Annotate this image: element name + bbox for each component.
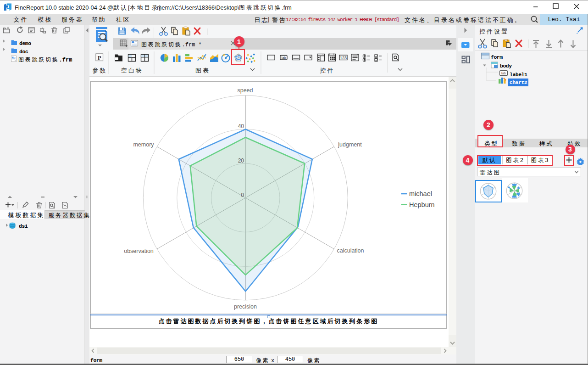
svg-text:20: 20 bbox=[238, 157, 244, 164]
svg-text:123: 123 bbox=[340, 56, 347, 60]
svg-text:memory: memory bbox=[133, 141, 154, 148]
svg-text:precision: precision bbox=[234, 303, 257, 310]
svg-text:speed: speed bbox=[237, 87, 253, 94]
svg-text:参数: 参数 bbox=[93, 67, 107, 74]
svg-text:Hepburn: Hepburn bbox=[409, 201, 435, 208]
svg-text:P: P bbox=[98, 54, 101, 61]
svg-text:judgment: judgment bbox=[338, 141, 362, 148]
svg-text:lab: lab bbox=[282, 56, 286, 59]
svg-text:40: 40 bbox=[238, 123, 244, 129]
svg-text:空白块: 空白块 bbox=[121, 67, 143, 74]
svg-text:michael: michael bbox=[409, 190, 432, 197]
svg-text:控件: 控件 bbox=[320, 67, 335, 74]
svg-text:图表: 图表 bbox=[195, 67, 210, 74]
svg-text:observation: observation bbox=[124, 248, 154, 254]
svg-text:calculation: calculation bbox=[337, 247, 364, 254]
svg-text:0: 0 bbox=[241, 192, 244, 198]
svg-text:lab: lab bbox=[501, 71, 506, 75]
